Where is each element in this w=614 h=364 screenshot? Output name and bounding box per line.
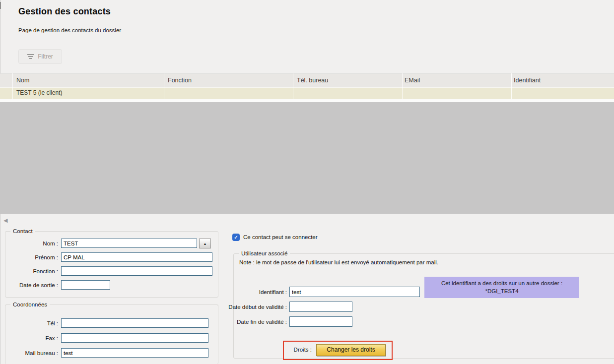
password-note: Note : le mot de passe de l'utilisateur …	[239, 259, 438, 265]
collapse-panel-button[interactable]: ◀	[3, 217, 7, 224]
table-row-selected[interactable]	[0, 87, 614, 99]
can-connect-label: Ce contact peut se connecter	[243, 234, 318, 240]
change-rights-button[interactable]: Changer les droits	[316, 344, 386, 356]
droits-label: Droits :	[248, 347, 312, 353]
row-cell-nom: TEST 5 (le client)	[16, 87, 62, 99]
date-sortie-label: Date de sortie :	[2, 282, 58, 288]
associated-user-legend: Utilisateur associé	[239, 250, 290, 257]
prenom-label: Prénom :	[2, 254, 58, 260]
identifiant-label: Identifiant :	[213, 289, 287, 295]
column-header-fonction[interactable]: Fonction	[168, 73, 192, 87]
mail-bureau-label: Mail bureau :	[2, 350, 58, 356]
tel-label: Tél :	[2, 320, 58, 326]
nom-label: Nom :	[2, 241, 58, 246]
coordonnees-group-legend: Coordonnées	[10, 301, 50, 308]
fax-label: Fax :	[2, 335, 58, 341]
contact-management-page: Gestion des contacts Page de gestion des…	[0, 0, 614, 364]
prenom-input[interactable]	[61, 252, 212, 262]
date-sortie-input[interactable]	[61, 280, 110, 290]
can-connect-checkbox[interactable]: ✓	[232, 234, 240, 241]
column-header-identifiant[interactable]: Identifiant	[514, 73, 541, 87]
window-left-edge-tick	[0, 2, 1, 9]
page-title: Gestion des contacts	[18, 6, 111, 17]
date-debut-label: Date début de validité :	[213, 304, 287, 310]
column-header-email[interactable]: EMail	[405, 73, 420, 87]
column-separator	[402, 73, 403, 99]
column-header-nom[interactable]: Nom	[16, 73, 29, 87]
date-fin-label: Date fin de validité :	[213, 319, 287, 325]
column-separator	[12, 73, 13, 99]
nom-expand-button[interactable]: ▲	[199, 239, 211, 248]
nom-input[interactable]	[61, 239, 197, 248]
page-subtitle: Page de gestion des contacts du dossier	[18, 27, 121, 33]
mail-bureau-input[interactable]	[61, 348, 208, 358]
rights-warning-box: Cet identifiant a des droits sur un autr…	[424, 277, 579, 298]
filter-icon	[27, 54, 34, 60]
fonction-input[interactable]	[61, 266, 212, 276]
column-separator	[164, 73, 164, 99]
column-separator	[511, 73, 512, 99]
date-fin-input[interactable]	[289, 316, 352, 327]
fonction-label: Fonction :	[2, 268, 58, 274]
fax-input[interactable]	[61, 333, 208, 343]
rights-warning-line1: Cet identifiant a des droits sur un autr…	[424, 279, 579, 287]
filter-button[interactable]: Filtrer	[18, 49, 62, 64]
up-arrow-icon: ▲	[204, 242, 207, 245]
column-header-tel-bureau[interactable]: Tél. bureau	[297, 73, 328, 87]
rights-warning-line2: *DGI_TEST4	[424, 287, 579, 295]
table-empty-area	[0, 102, 614, 214]
collapse-left-icon: ◀	[3, 217, 7, 223]
date-debut-input[interactable]	[289, 302, 352, 312]
identifiant-input[interactable]	[289, 287, 420, 297]
check-icon: ✓	[234, 235, 238, 240]
tel-input[interactable]	[61, 318, 208, 328]
contact-group-legend: Contact	[10, 228, 35, 235]
column-separator	[293, 73, 293, 99]
filter-button-label: Filtrer	[38, 53, 53, 60]
